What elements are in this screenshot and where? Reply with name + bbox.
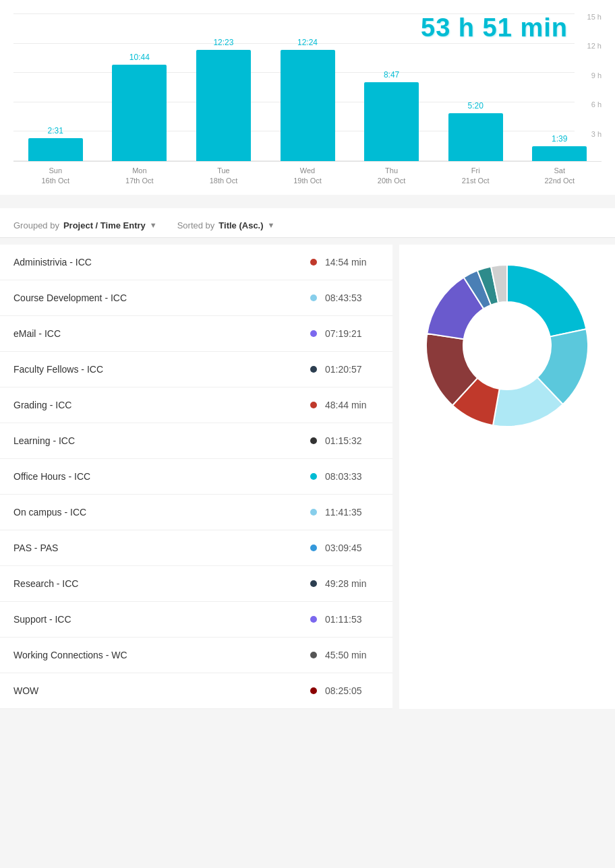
- entry-row: Support - ICC 01:11:53: [0, 602, 392, 638]
- entry-row: Administrivia - ICC 14:54 min: [0, 245, 392, 280]
- entry-dot: [310, 259, 317, 266]
- entry-name: On campus - ICC: [13, 507, 302, 518]
- bar-group: 10:44: [98, 13, 182, 161]
- entry-dot: [310, 616, 317, 623]
- y-axis-label: 9 h: [587, 72, 602, 80]
- entry-dot: [310, 294, 317, 301]
- entry-name: WOW: [13, 685, 302, 696]
- x-label-group: Thu20th Oct: [349, 162, 434, 195]
- y-axis-labels: 15 h12 h9 h6 h3 h: [587, 13, 602, 161]
- entry-name: Faculty Fellows - ICC: [13, 364, 302, 375]
- group-by-filter[interactable]: Grouped by Project / Time Entry ▼: [13, 220, 157, 230]
- bar: [112, 65, 167, 161]
- entry-dot: [310, 473, 317, 480]
- bar-group: 2:31: [13, 13, 98, 161]
- entry-time: 08:25:05: [325, 685, 379, 696]
- bar: [196, 50, 251, 161]
- donut-segment: [507, 265, 586, 337]
- entry-dot: [310, 330, 317, 337]
- entry-row: Learning - ICC 01:15:32: [0, 423, 392, 459]
- entry-time: 14:54 min: [325, 257, 379, 268]
- bar-value: 5:20: [468, 101, 484, 111]
- main-content: Administrivia - ICC 14:54 min Course Dev…: [0, 245, 615, 709]
- entry-dot: [310, 687, 317, 694]
- entry-row: Faculty Fellows - ICC 01:20:57: [0, 352, 392, 388]
- bar-value: 2:31: [48, 126, 63, 135]
- entry-time: 01:20:57: [325, 364, 379, 375]
- bar-value: 8:47: [384, 70, 399, 80]
- entry-time: 08:43:53: [325, 292, 379, 303]
- entry-dot: [310, 437, 317, 444]
- entry-name: Course Development - ICC: [13, 292, 302, 303]
- x-labels-row: Sun16th OctMon17th OctTue18th OctWed19th…: [13, 162, 602, 195]
- y-axis-label: 12 h: [587, 42, 602, 50]
- bar-value: 10:44: [129, 53, 150, 62]
- y-axis-label: 3 h: [587, 131, 602, 138]
- entry-name: Grading - ICC: [13, 400, 302, 410]
- entry-time: 48:44 min: [325, 400, 379, 410]
- entry-name: Research - ICC: [13, 578, 302, 589]
- entry-time: 45:50 min: [325, 650, 379, 660]
- sorted-by-value: Title (Asc.): [218, 220, 263, 230]
- bar: [28, 138, 83, 161]
- bar-value: 12:23: [213, 38, 233, 47]
- x-label-group: Mon17th Oct: [98, 162, 182, 195]
- entry-name: eMail - ICC: [13, 328, 302, 339]
- chart-area: 53 h 51 min 2:31 10:44 12:23 12:24 8:47 …: [13, 13, 602, 162]
- bar: [532, 146, 587, 161]
- bar-group: 12:23: [181, 13, 266, 161]
- bars-container: 2:31 10:44 12:23 12:24 8:47 5:20 1:39: [13, 13, 602, 161]
- sort-by-filter[interactable]: Sorted by Title (Asc.) ▼: [177, 220, 275, 230]
- entry-time: 01:15:32: [325, 435, 379, 446]
- entry-time: 03:09:45: [325, 542, 379, 553]
- entry-time: 49:28 min: [325, 578, 379, 589]
- entry-dot: [310, 366, 317, 373]
- grouped-by-arrow-icon: ▼: [150, 221, 157, 229]
- entry-name: Office Hours - ICC: [13, 471, 302, 482]
- entry-row: Grading - ICC 48:44 min: [0, 388, 392, 423]
- sorted-by-label: Sorted by: [177, 220, 215, 230]
- x-label-group: Sun16th Oct: [13, 162, 98, 195]
- entry-name: Support - ICC: [13, 614, 302, 625]
- chart-section: 53 h 51 min 2:31 10:44 12:23 12:24 8:47 …: [0, 0, 615, 195]
- entry-name: Learning - ICC: [13, 435, 302, 446]
- grouped-by-label: Grouped by: [13, 220, 59, 230]
- entry-dot: [310, 545, 317, 551]
- y-axis-label: 6 h: [587, 101, 602, 108]
- x-label-group: Fri21st Oct: [434, 162, 518, 195]
- bar-value: 12:24: [297, 38, 318, 47]
- entry-dot: [310, 509, 317, 516]
- bar-group: 12:24: [266, 13, 350, 161]
- bar: [281, 50, 335, 161]
- entry-name: PAS - PAS: [13, 542, 302, 553]
- entry-dot: [310, 580, 317, 587]
- entry-time: 07:19:21: [325, 328, 379, 339]
- x-label-group: Tue18th Oct: [181, 162, 266, 195]
- entry-name: Administrivia - ICC: [13, 257, 302, 268]
- entry-time: 11:41:35: [325, 507, 379, 518]
- grouped-by-value: Project / Time Entry: [63, 220, 146, 230]
- entry-row: Course Development - ICC 08:43:53: [0, 280, 392, 316]
- entry-time: 08:03:33: [325, 471, 379, 482]
- bar-value: 1:39: [552, 134, 567, 144]
- donut-section: [399, 245, 615, 709]
- entry-dot: [310, 402, 317, 408]
- entry-row: WOW 08:25:05: [0, 673, 392, 709]
- entry-row: Working Connections - WC 45:50 min: [0, 638, 392, 673]
- entry-name: Working Connections - WC: [13, 650, 302, 660]
- x-label-group: Wed19th Oct: [266, 162, 350, 195]
- donut-svg: [419, 258, 595, 433]
- entry-row: On campus - ICC 11:41:35: [0, 495, 392, 530]
- bar-group: 8:47: [349, 13, 434, 161]
- entry-dot: [310, 652, 317, 658]
- entry-row: eMail - ICC 07:19:21: [0, 316, 392, 352]
- entry-time: 01:11:53: [325, 614, 379, 625]
- filters-section: Grouped by Project / Time Entry ▼ Sorted…: [0, 208, 615, 238]
- entries-list: Administrivia - ICC 14:54 min Course Dev…: [0, 245, 392, 709]
- x-label-group: Sat22nd Oct: [517, 162, 602, 195]
- bar-group: 5:20: [434, 13, 518, 161]
- entry-row: PAS - PAS 03:09:45: [0, 530, 392, 566]
- entry-row: Office Hours - ICC 08:03:33: [0, 459, 392, 495]
- donut-chart: [419, 258, 595, 433]
- entry-row: Research - ICC 49:28 min: [0, 566, 392, 602]
